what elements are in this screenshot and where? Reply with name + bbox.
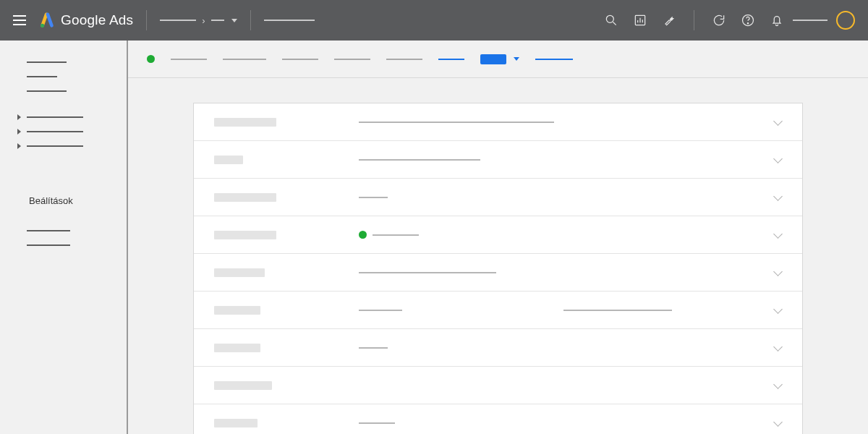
svg-point-8 [747, 23, 748, 24]
svg-line-2 [613, 22, 616, 25]
account-label[interactable] [793, 20, 827, 21]
sidebar-item-0[interactable] [0, 55, 127, 69]
left-nav: Beálítások [0, 41, 127, 434]
sidebar-tail-1[interactable] [0, 238, 127, 252]
logo-text: Google Ads [61, 12, 133, 28]
chevron-down-icon [773, 118, 782, 127]
settings-row-1[interactable] [194, 141, 802, 179]
chevron-down-icon [773, 268, 782, 277]
divider [250, 10, 251, 30]
row-label [214, 306, 260, 315]
chevron-down-icon [773, 419, 782, 427]
reports-icon[interactable] [633, 13, 647, 27]
row-label [214, 268, 265, 277]
sidebar-item-5[interactable] [0, 139, 127, 153]
account-switcher[interactable] [160, 15, 237, 26]
settings-row-4[interactable] [194, 254, 802, 292]
sidebar-item-settings[interactable]: Beálítások [0, 191, 127, 210]
tab-0[interactable] [171, 59, 207, 60]
divider [146, 10, 147, 30]
tab-more[interactable] [535, 59, 573, 60]
settings-row-2[interactable] [194, 179, 802, 216]
chevron-down-icon[interactable] [514, 57, 519, 61]
row-label [214, 118, 276, 127]
row-label [214, 193, 276, 202]
tab-3[interactable] [334, 59, 370, 60]
chevron-down-icon [773, 193, 782, 202]
status-dot-icon [359, 231, 367, 239]
row-label [214, 156, 243, 164]
row-label [214, 381, 272, 390]
row-label [214, 344, 260, 352]
sidebar-item-2[interactable] [0, 84, 127, 98]
chevron-down-icon [773, 344, 782, 352]
divider [694, 10, 694, 30]
settings-row-3[interactable] [194, 216, 802, 254]
main-area [128, 41, 868, 434]
chevron-down-icon [773, 156, 782, 164]
row-label [214, 231, 276, 239]
tab-active-underline[interactable] [438, 59, 464, 60]
svg-point-0 [41, 24, 44, 27]
logo[interactable]: Google Ads [39, 12, 133, 28]
tab-2[interactable] [282, 59, 318, 60]
settings-panel [193, 103, 803, 434]
chevron-down-icon [773, 231, 782, 239]
top-bar: Google Ads [0, 0, 868, 41]
search-icon[interactable] [604, 13, 618, 27]
tab-4[interactable] [386, 59, 422, 60]
settings-row-5[interactable] [194, 292, 802, 329]
sidebar-item-4[interactable] [0, 124, 127, 139]
tab-bar [128, 41, 868, 78]
settings-row-7[interactable] [194, 367, 802, 404]
ads-logo-icon [39, 12, 55, 28]
settings-row-6[interactable] [194, 329, 802, 367]
settings-row-8[interactable] [194, 404, 802, 434]
tab-active-pill[interactable] [480, 54, 506, 64]
toolbar-icons [604, 10, 784, 30]
tab-1[interactable] [223, 59, 266, 60]
tools-icon[interactable] [662, 13, 676, 27]
sidebar-item-1[interactable] [0, 69, 127, 84]
status-indicator [147, 55, 155, 63]
menu-icon[interactable] [13, 15, 26, 25]
svg-point-1 [606, 15, 613, 22]
campaign-breadcrumb[interactable] [264, 20, 315, 21]
chevron-down-icon [773, 381, 782, 390]
chevron-down-icon [773, 306, 782, 315]
notifications-icon[interactable] [770, 13, 784, 27]
sidebar-item-3[interactable] [0, 110, 127, 124]
refresh-icon[interactable] [712, 13, 726, 27]
settings-row-0[interactable] [194, 103, 802, 141]
help-icon[interactable] [741, 13, 755, 27]
row-label [214, 419, 258, 427]
avatar[interactable] [836, 11, 855, 30]
sidebar-tail-0[interactable] [0, 224, 127, 238]
